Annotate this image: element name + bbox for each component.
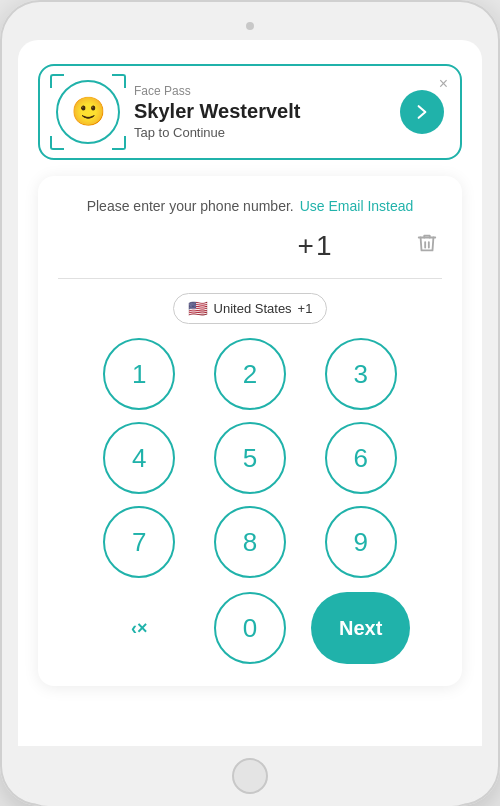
numpad-grid: 1 2 3 4 5 6 7 8 9 bbox=[90, 338, 410, 578]
trash-icon bbox=[416, 232, 438, 254]
face-pass-arrow-button[interactable] bbox=[400, 90, 444, 134]
next-button[interactable]: Next bbox=[311, 592, 410, 664]
phone-divider bbox=[58, 278, 442, 279]
use-email-link[interactable]: Use Email Instead bbox=[300, 198, 414, 214]
phone-card-header: Please enter your phone number. Use Emai… bbox=[87, 198, 414, 214]
backspace-button[interactable]: ‹× bbox=[103, 592, 175, 664]
country-selector[interactable]: 🇺🇸 United States +1 bbox=[173, 293, 328, 324]
num-btn-7[interactable]: 7 bbox=[103, 506, 175, 578]
num-btn-2[interactable]: 2 bbox=[214, 338, 286, 410]
num-btn-9[interactable]: 9 bbox=[325, 506, 397, 578]
arrow-right-icon bbox=[412, 102, 432, 122]
camera bbox=[246, 22, 254, 30]
country-name: United States bbox=[214, 301, 292, 316]
phone-display-row: +1 bbox=[58, 228, 442, 264]
num-btn-4[interactable]: 4 bbox=[103, 422, 175, 494]
delete-button[interactable] bbox=[412, 228, 442, 264]
face-pass-card: × 🙂 Face Pass Skyler Westervelt Tap to C… bbox=[38, 64, 462, 160]
corner-bl bbox=[50, 136, 64, 150]
face-pass-name: Skyler Westervelt bbox=[134, 100, 386, 123]
num-btn-8[interactable]: 8 bbox=[214, 506, 286, 578]
corner-br bbox=[112, 136, 126, 150]
country-code: +1 bbox=[298, 301, 313, 316]
phone-number-display: +1 bbox=[235, 230, 396, 262]
num-btn-3[interactable]: 3 bbox=[325, 338, 397, 410]
num-btn-1[interactable]: 1 bbox=[103, 338, 175, 410]
face-pass-sub: Tap to Continue bbox=[134, 125, 386, 140]
enter-phone-text: Please enter your phone number. bbox=[87, 198, 294, 214]
tablet-bottom bbox=[18, 746, 482, 806]
face-pass-info: Face Pass Skyler Westervelt Tap to Conti… bbox=[134, 84, 386, 140]
num-btn-6[interactable]: 6 bbox=[325, 422, 397, 494]
backspace-icon: ‹× bbox=[131, 618, 148, 639]
avatar: 🙂 bbox=[56, 80, 120, 144]
phone-card: Please enter your phone number. Use Emai… bbox=[38, 176, 462, 686]
numpad-last-row: ‹× 0 Next bbox=[90, 592, 410, 664]
num-btn-0[interactable]: 0 bbox=[214, 592, 286, 664]
corner-tl bbox=[50, 74, 64, 88]
home-button[interactable] bbox=[232, 758, 268, 794]
close-icon[interactable]: × bbox=[439, 76, 448, 92]
flag-icon: 🇺🇸 bbox=[188, 299, 208, 318]
tablet: × 🙂 Face Pass Skyler Westervelt Tap to C… bbox=[0, 0, 500, 806]
face-pass-label: Face Pass bbox=[134, 84, 386, 98]
corner-tr bbox=[112, 74, 126, 88]
screen: × 🙂 Face Pass Skyler Westervelt Tap to C… bbox=[18, 40, 482, 746]
num-btn-5[interactable]: 5 bbox=[214, 422, 286, 494]
